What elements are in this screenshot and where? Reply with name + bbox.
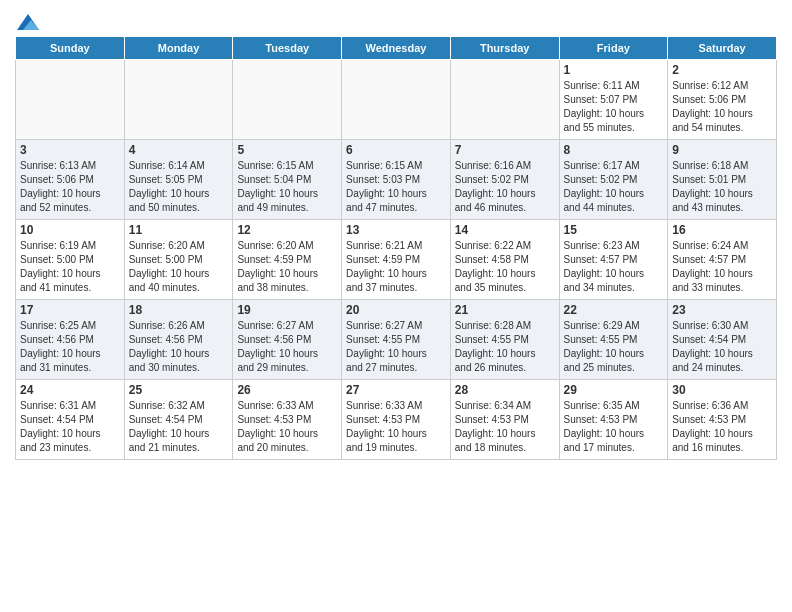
day-number: 19 <box>237 303 337 317</box>
page-header <box>15 10 777 28</box>
day-number: 2 <box>672 63 772 77</box>
day-number: 14 <box>455 223 555 237</box>
day-number: 4 <box>129 143 229 157</box>
day-number: 5 <box>237 143 337 157</box>
day-info: Sunrise: 6:26 AM Sunset: 4:56 PM Dayligh… <box>129 319 229 375</box>
calendar-cell: 16Sunrise: 6:24 AM Sunset: 4:57 PM Dayli… <box>668 220 777 300</box>
day-number: 10 <box>20 223 120 237</box>
calendar-cell <box>124 60 233 140</box>
calendar-cell: 20Sunrise: 6:27 AM Sunset: 4:55 PM Dayli… <box>342 300 451 380</box>
calendar-cell: 26Sunrise: 6:33 AM Sunset: 4:53 PM Dayli… <box>233 380 342 460</box>
day-number: 16 <box>672 223 772 237</box>
day-number: 17 <box>20 303 120 317</box>
day-info: Sunrise: 6:17 AM Sunset: 5:02 PM Dayligh… <box>564 159 664 215</box>
day-header-wednesday: Wednesday <box>342 37 451 60</box>
day-header-monday: Monday <box>124 37 233 60</box>
calendar-cell <box>233 60 342 140</box>
day-header-friday: Friday <box>559 37 668 60</box>
day-info: Sunrise: 6:27 AM Sunset: 4:56 PM Dayligh… <box>237 319 337 375</box>
calendar-cell: 5Sunrise: 6:15 AM Sunset: 5:04 PM Daylig… <box>233 140 342 220</box>
day-number: 28 <box>455 383 555 397</box>
calendar-cell: 4Sunrise: 6:14 AM Sunset: 5:05 PM Daylig… <box>124 140 233 220</box>
calendar-cell: 8Sunrise: 6:17 AM Sunset: 5:02 PM Daylig… <box>559 140 668 220</box>
day-info: Sunrise: 6:14 AM Sunset: 5:05 PM Dayligh… <box>129 159 229 215</box>
day-number: 8 <box>564 143 664 157</box>
calendar-cell: 7Sunrise: 6:16 AM Sunset: 5:02 PM Daylig… <box>450 140 559 220</box>
day-number: 27 <box>346 383 446 397</box>
day-header-tuesday: Tuesday <box>233 37 342 60</box>
day-info: Sunrise: 6:33 AM Sunset: 4:53 PM Dayligh… <box>346 399 446 455</box>
day-number: 24 <box>20 383 120 397</box>
day-info: Sunrise: 6:15 AM Sunset: 5:04 PM Dayligh… <box>237 159 337 215</box>
calendar-week-row: 1Sunrise: 6:11 AM Sunset: 5:07 PM Daylig… <box>16 60 777 140</box>
day-info: Sunrise: 6:34 AM Sunset: 4:53 PM Dayligh… <box>455 399 555 455</box>
day-info: Sunrise: 6:22 AM Sunset: 4:58 PM Dayligh… <box>455 239 555 295</box>
day-number: 1 <box>564 63 664 77</box>
day-number: 15 <box>564 223 664 237</box>
day-info: Sunrise: 6:28 AM Sunset: 4:55 PM Dayligh… <box>455 319 555 375</box>
day-header-sunday: Sunday <box>16 37 125 60</box>
calendar-cell: 18Sunrise: 6:26 AM Sunset: 4:56 PM Dayli… <box>124 300 233 380</box>
calendar-cell: 15Sunrise: 6:23 AM Sunset: 4:57 PM Dayli… <box>559 220 668 300</box>
calendar-cell: 3Sunrise: 6:13 AM Sunset: 5:06 PM Daylig… <box>16 140 125 220</box>
day-info: Sunrise: 6:16 AM Sunset: 5:02 PM Dayligh… <box>455 159 555 215</box>
calendar-cell: 17Sunrise: 6:25 AM Sunset: 4:56 PM Dayli… <box>16 300 125 380</box>
calendar-cell: 27Sunrise: 6:33 AM Sunset: 4:53 PM Dayli… <box>342 380 451 460</box>
day-number: 7 <box>455 143 555 157</box>
logo <box>15 14 39 28</box>
logo-icon <box>17 14 39 30</box>
calendar-cell: 13Sunrise: 6:21 AM Sunset: 4:59 PM Dayli… <box>342 220 451 300</box>
day-info: Sunrise: 6:18 AM Sunset: 5:01 PM Dayligh… <box>672 159 772 215</box>
day-number: 12 <box>237 223 337 237</box>
day-number: 30 <box>672 383 772 397</box>
day-number: 13 <box>346 223 446 237</box>
day-info: Sunrise: 6:36 AM Sunset: 4:53 PM Dayligh… <box>672 399 772 455</box>
calendar-cell: 21Sunrise: 6:28 AM Sunset: 4:55 PM Dayli… <box>450 300 559 380</box>
day-number: 3 <box>20 143 120 157</box>
calendar-cell <box>450 60 559 140</box>
day-info: Sunrise: 6:24 AM Sunset: 4:57 PM Dayligh… <box>672 239 772 295</box>
day-info: Sunrise: 6:30 AM Sunset: 4:54 PM Dayligh… <box>672 319 772 375</box>
day-number: 20 <box>346 303 446 317</box>
calendar-week-row: 24Sunrise: 6:31 AM Sunset: 4:54 PM Dayli… <box>16 380 777 460</box>
calendar-cell: 25Sunrise: 6:32 AM Sunset: 4:54 PM Dayli… <box>124 380 233 460</box>
day-number: 23 <box>672 303 772 317</box>
day-info: Sunrise: 6:32 AM Sunset: 4:54 PM Dayligh… <box>129 399 229 455</box>
calendar-cell: 11Sunrise: 6:20 AM Sunset: 5:00 PM Dayli… <box>124 220 233 300</box>
day-info: Sunrise: 6:33 AM Sunset: 4:53 PM Dayligh… <box>237 399 337 455</box>
day-number: 26 <box>237 383 337 397</box>
day-header-thursday: Thursday <box>450 37 559 60</box>
calendar-cell: 12Sunrise: 6:20 AM Sunset: 4:59 PM Dayli… <box>233 220 342 300</box>
calendar-cell: 22Sunrise: 6:29 AM Sunset: 4:55 PM Dayli… <box>559 300 668 380</box>
calendar-week-row: 3Sunrise: 6:13 AM Sunset: 5:06 PM Daylig… <box>16 140 777 220</box>
day-info: Sunrise: 6:23 AM Sunset: 4:57 PM Dayligh… <box>564 239 664 295</box>
day-header-saturday: Saturday <box>668 37 777 60</box>
day-number: 22 <box>564 303 664 317</box>
calendar-cell: 1Sunrise: 6:11 AM Sunset: 5:07 PM Daylig… <box>559 60 668 140</box>
calendar-cell: 14Sunrise: 6:22 AM Sunset: 4:58 PM Dayli… <box>450 220 559 300</box>
calendar-header-row: SundayMondayTuesdayWednesdayThursdayFrid… <box>16 37 777 60</box>
day-number: 21 <box>455 303 555 317</box>
day-info: Sunrise: 6:21 AM Sunset: 4:59 PM Dayligh… <box>346 239 446 295</box>
day-info: Sunrise: 6:19 AM Sunset: 5:00 PM Dayligh… <box>20 239 120 295</box>
day-info: Sunrise: 6:13 AM Sunset: 5:06 PM Dayligh… <box>20 159 120 215</box>
day-number: 18 <box>129 303 229 317</box>
day-info: Sunrise: 6:20 AM Sunset: 4:59 PM Dayligh… <box>237 239 337 295</box>
calendar-cell: 23Sunrise: 6:30 AM Sunset: 4:54 PM Dayli… <box>668 300 777 380</box>
calendar-cell <box>342 60 451 140</box>
day-number: 11 <box>129 223 229 237</box>
calendar-cell: 19Sunrise: 6:27 AM Sunset: 4:56 PM Dayli… <box>233 300 342 380</box>
day-info: Sunrise: 6:29 AM Sunset: 4:55 PM Dayligh… <box>564 319 664 375</box>
calendar-cell: 10Sunrise: 6:19 AM Sunset: 5:00 PM Dayli… <box>16 220 125 300</box>
calendar-week-row: 17Sunrise: 6:25 AM Sunset: 4:56 PM Dayli… <box>16 300 777 380</box>
calendar-cell: 2Sunrise: 6:12 AM Sunset: 5:06 PM Daylig… <box>668 60 777 140</box>
day-info: Sunrise: 6:15 AM Sunset: 5:03 PM Dayligh… <box>346 159 446 215</box>
calendar-cell: 29Sunrise: 6:35 AM Sunset: 4:53 PM Dayli… <box>559 380 668 460</box>
calendar-cell: 6Sunrise: 6:15 AM Sunset: 5:03 PM Daylig… <box>342 140 451 220</box>
day-info: Sunrise: 6:27 AM Sunset: 4:55 PM Dayligh… <box>346 319 446 375</box>
calendar-table: SundayMondayTuesdayWednesdayThursdayFrid… <box>15 36 777 460</box>
calendar-cell: 30Sunrise: 6:36 AM Sunset: 4:53 PM Dayli… <box>668 380 777 460</box>
calendar-cell: 28Sunrise: 6:34 AM Sunset: 4:53 PM Dayli… <box>450 380 559 460</box>
day-info: Sunrise: 6:11 AM Sunset: 5:07 PM Dayligh… <box>564 79 664 135</box>
day-number: 25 <box>129 383 229 397</box>
